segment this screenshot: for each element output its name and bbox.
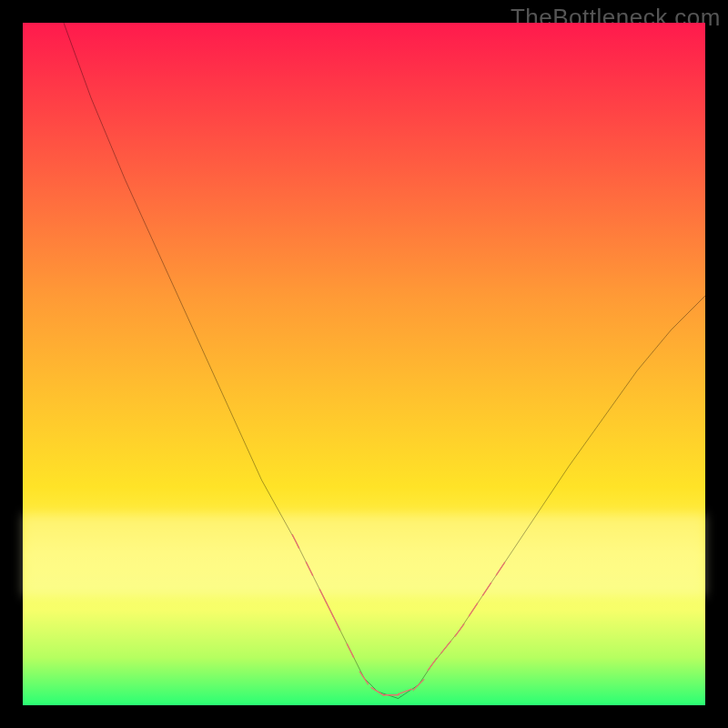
chart-marker <box>306 562 312 576</box>
chart-plot-area <box>23 23 705 705</box>
chart-marker <box>413 680 424 691</box>
chart-marker <box>371 688 384 696</box>
chart-marker <box>428 658 437 670</box>
chart-marker <box>333 617 339 631</box>
chart-marker <box>292 535 298 549</box>
chart-marker <box>455 624 464 636</box>
chart-marker <box>327 603 333 617</box>
chart-markers <box>292 535 504 696</box>
chart-marker <box>469 603 477 616</box>
chart-marker <box>398 689 411 694</box>
chart-curve <box>64 23 705 699</box>
chart-marker <box>496 562 504 575</box>
chart-marker <box>441 642 450 653</box>
chart-marker <box>347 644 353 658</box>
chart-svg <box>23 23 705 705</box>
chart-marker <box>319 590 326 603</box>
chart-marker <box>359 672 368 684</box>
chart-marker <box>482 583 490 596</box>
